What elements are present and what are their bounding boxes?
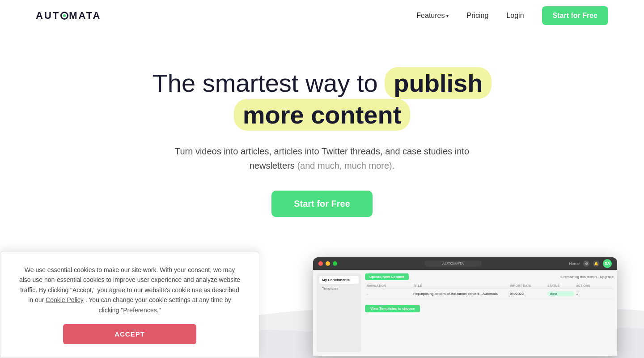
features-nav-item[interactable]: Features ▾ bbox=[416, 12, 449, 20]
logo-o-icon bbox=[60, 12, 68, 20]
hero-heading: The smartest way to publish more content bbox=[153, 67, 492, 131]
logo-text: AUT bbox=[36, 10, 60, 21]
nav-links: Features ▾ Pricing Login Start for Free bbox=[416, 6, 608, 25]
features-label: Features bbox=[416, 12, 445, 20]
col-actions: Actions bbox=[576, 284, 612, 287]
hero-highlight-content: more content bbox=[234, 99, 411, 131]
pricing-nav-item[interactable]: Pricing bbox=[466, 12, 488, 20]
app-logo-bar: AUTOMATA bbox=[424, 260, 482, 267]
app-bell-icon: 🔔 bbox=[593, 260, 599, 267]
app-settings-icon: ⚙ bbox=[583, 260, 589, 267]
accept-button[interactable]: ACCEPT bbox=[63, 324, 197, 344]
col-status: Status bbox=[547, 284, 574, 287]
nav-start-free-button[interactable]: Start for Free bbox=[542, 6, 608, 25]
row-actions: 1 bbox=[576, 292, 612, 296]
preferences-link[interactable]: Preferences bbox=[123, 307, 157, 314]
col-import-date: Import Date bbox=[510, 284, 546, 287]
cookie-text: We use essential cookies to make our sit… bbox=[18, 265, 241, 315]
cookie-banner: We use essential cookies to make our sit… bbox=[0, 251, 259, 358]
row-nav: - bbox=[367, 292, 411, 296]
app-title-bar: AUTOMATA Home ⚙ 🔔 SA bbox=[313, 257, 617, 270]
logo-text-rest: MATA bbox=[69, 10, 101, 21]
app-view-templates-btn: View Templates to choose bbox=[365, 305, 420, 312]
col-navigation: Navigation bbox=[367, 284, 411, 287]
login-nav-item[interactable]: Login bbox=[506, 12, 524, 20]
app-nav-home: Home bbox=[569, 261, 580, 266]
hero-section: The smartest way to publish more content… bbox=[0, 31, 644, 244]
traffic-light-yellow bbox=[326, 261, 330, 266]
app-sidebar-enrichments: My Enrichments bbox=[319, 276, 359, 284]
row-date: 9/4/2022 bbox=[510, 292, 546, 296]
hero-start-free-button[interactable]: Start for Free bbox=[271, 191, 373, 217]
hero-subtext: Turn videos into articles, articles into… bbox=[165, 144, 479, 173]
app-avatar: SA bbox=[603, 259, 612, 268]
navbar: AUT MATA Features ▾ Pricing Login Start … bbox=[0, 0, 644, 31]
app-sidebar-templates: Templates bbox=[319, 285, 359, 292]
hero-subtext-muted-text: (and much, much more). bbox=[297, 161, 394, 170]
app-table-row: - Repurposing bottom-of-the-funnel conte… bbox=[365, 289, 614, 299]
app-sidebar: My Enrichments Templates bbox=[317, 273, 361, 352]
app-content: My Enrichments Templates Upload New Cont… bbox=[313, 270, 617, 356]
login-label: Login bbox=[506, 12, 524, 20]
app-upgrade-banner: 6 remaining this month - Upgrade bbox=[560, 275, 614, 279]
pricing-label: Pricing bbox=[466, 12, 488, 20]
app-status-badge: done bbox=[547, 291, 574, 296]
row-title: Repurposing bottom-of-the-funnel content… bbox=[413, 292, 508, 296]
app-main: Upload New Content 6 remaining this mont… bbox=[365, 273, 614, 352]
chevron-down-icon: ▾ bbox=[446, 13, 449, 18]
app-table-header: Navigation Title Import Date Status Acti… bbox=[365, 283, 614, 289]
hero-highlight-publish: publish bbox=[385, 67, 491, 99]
logo: AUT MATA bbox=[36, 10, 102, 21]
app-upload-btn: Upload New Content bbox=[365, 273, 409, 280]
cookie-policy-link[interactable]: Cookie Policy bbox=[46, 296, 84, 303]
hero-heading-prefix: The smartest way to bbox=[153, 69, 378, 97]
app-logo-text: AUTOMATA bbox=[442, 261, 464, 266]
traffic-light-red bbox=[318, 261, 323, 266]
traffic-light-green bbox=[333, 261, 337, 266]
app-preview-wrapper: AUTOMATA Home ⚙ 🔔 SA My Enrichments Temp… bbox=[313, 257, 617, 356]
col-title: Title bbox=[413, 284, 508, 287]
